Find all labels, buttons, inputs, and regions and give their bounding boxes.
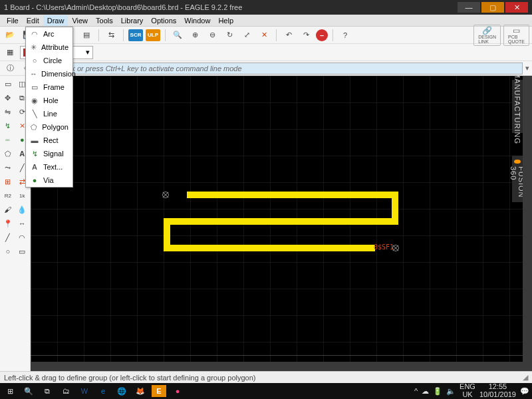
- window-maximize-button[interactable]: ▢: [481, 2, 504, 13]
- draw-frame[interactable]: ▭Frame: [26, 80, 72, 94]
- window-minimize-button[interactable]: —: [458, 2, 480, 13]
- draw-arc[interactable]: ◠Arc: [26, 27, 72, 41]
- schematic-switch-icon[interactable]: ⇆: [104, 28, 118, 43]
- cancel-icon[interactable]: ✕: [257, 28, 271, 43]
- draw-via[interactable]: ●Via: [26, 174, 72, 187]
- open-icon[interactable]: 📂: [3, 28, 17, 43]
- via-icon: ●: [30, 176, 39, 185]
- app-icon[interactable]: ●: [170, 385, 185, 397]
- draw-hole[interactable]: ◉Hole: [26, 94, 72, 107]
- zoom-select-icon[interactable]: ⤢: [239, 28, 254, 43]
- notifications-icon[interactable]: 💬: [520, 387, 529, 396]
- window-title: 1 Board - C:\Users\Admin\Desktop\board6\…: [4, 3, 242, 11]
- scrollbar-horizontal[interactable]: [31, 362, 523, 371]
- rect-icon: ▬: [30, 136, 39, 145]
- tab-fusion360[interactable]: FUSION 360: [512, 156, 523, 202]
- taskbar: ⊞ 🔍 ⧉ 🗂 W e 🌐 🦊 E ● ^ ☁ 🔋 🔈 ENGUK 12:551…: [0, 383, 532, 399]
- clock[interactable]: 12:5510/01/2019: [479, 383, 516, 398]
- draw-rect[interactable]: ▬Rect: [26, 134, 72, 147]
- menu-edit[interactable]: Edit: [23, 15, 43, 26]
- dimension-icon: ↔: [30, 69, 37, 78]
- scr-button[interactable]: SCR: [128, 29, 143, 41]
- menu-tools[interactable]: Tools: [92, 15, 117, 26]
- redo-icon[interactable]: ↷: [299, 28, 313, 43]
- draw-line[interactable]: ╲Line: [26, 107, 72, 120]
- undo-icon[interactable]: ↶: [281, 28, 296, 43]
- start-button[interactable]: ⊞: [3, 385, 17, 397]
- ulp-button[interactable]: ULP: [146, 29, 160, 41]
- tool-pin[interactable]: 📍: [1, 217, 15, 230]
- pcb-quote-button[interactable]: ▭PCB QUOTE: [503, 25, 529, 46]
- zoom-fit-icon[interactable]: 🔍: [170, 28, 185, 43]
- canvas[interactable]: 0$SF1 MANUFACTURING FUSION 360: [31, 76, 532, 371]
- battery-icon[interactable]: 🔋: [433, 387, 442, 396]
- eagle-icon[interactable]: E: [152, 385, 166, 397]
- tool-paint[interactable]: 🖌: [1, 203, 15, 216]
- explorer-icon[interactable]: 🗂: [59, 385, 73, 397]
- firefox-icon[interactable]: 🦊: [133, 385, 148, 397]
- command-input[interactable]: Click or press Ctrl+L key to activate co…: [55, 63, 523, 74]
- help-icon[interactable]: ?: [338, 28, 352, 43]
- scrollbar-vertical[interactable]: [523, 76, 532, 371]
- menu-options[interactable]: Options: [147, 15, 180, 26]
- window-close-button[interactable]: ✕: [505, 2, 528, 13]
- command-placeholder: Click or press Ctrl+L key to activate co…: [59, 65, 242, 72]
- grid-icon[interactable]: ▦: [3, 45, 17, 60]
- edge-icon[interactable]: e: [96, 385, 110, 397]
- menu-view[interactable]: View: [68, 15, 92, 26]
- chrome-icon[interactable]: 🌐: [114, 385, 129, 397]
- system-tray[interactable]: ^ ☁ 🔋 🔈 ENGUK 12:5510/01/2019 💬: [414, 383, 529, 398]
- tool-net[interactable]: ⎓: [1, 133, 15, 146]
- zoom-redraw-icon[interactable]: ↻: [222, 28, 237, 43]
- tool-wire[interactable]: ╱: [1, 231, 15, 244]
- signal-icon: ↯: [30, 149, 39, 158]
- tool-move[interactable]: ✥: [1, 91, 15, 104]
- hole-icon: ◉: [30, 96, 39, 105]
- menu-window[interactable]: Window: [180, 15, 214, 26]
- tool-mirror[interactable]: ⇋: [1, 105, 15, 118]
- menu-help[interactable]: Help: [214, 15, 237, 26]
- design-link-button[interactable]: 🔗DESIGN LINK: [473, 25, 501, 46]
- trace-top: [187, 192, 398, 198]
- taskview-icon[interactable]: ⧉: [40, 385, 55, 397]
- tray-up-icon[interactable]: ^: [414, 387, 418, 395]
- cloud-icon[interactable]: ☁: [422, 387, 429, 396]
- tool-arc[interactable]: ◠: [16, 231, 29, 244]
- info-tool-icon[interactable]: ⓘ: [3, 61, 17, 76]
- tool-circle[interactable]: ○: [1, 245, 15, 258]
- zoom-out-icon[interactable]: ⊖: [205, 28, 219, 43]
- word-icon[interactable]: W: [77, 385, 92, 397]
- tool-select[interactable]: ▭: [1, 77, 15, 90]
- menubar: File Edit Draw View Tools Library Option…: [0, 15, 532, 27]
- draw-attribute[interactable]: ✳Attribute: [26, 41, 72, 54]
- language-indicator[interactable]: ENGUK: [460, 383, 475, 398]
- tool-value[interactable]: 1k: [16, 189, 29, 202]
- tool-smash[interactable]: R2: [1, 189, 15, 202]
- draw-signal[interactable]: ↯Signal: [26, 147, 72, 160]
- tool-add[interactable]: ⊞: [1, 175, 15, 188]
- cmd-dropdown-icon[interactable]: ▾: [525, 64, 529, 72]
- draw-polygon[interactable]: ⬠Polygon: [26, 120, 72, 134]
- trace-middle: [164, 218, 398, 225]
- tool-dimension[interactable]: ↔: [16, 217, 29, 230]
- zoom-in-icon[interactable]: ⊕: [188, 28, 202, 43]
- status-corner-icon: ◢: [523, 373, 528, 382]
- tool-drop[interactable]: 💧: [16, 203, 29, 216]
- tab-manufacturing[interactable]: MANUFACTURING: [512, 80, 523, 133]
- titlebar: 1 Board - C:\Users\Admin\Desktop\board6\…: [0, 0, 532, 15]
- search-icon[interactable]: 🔍: [21, 385, 36, 397]
- speaker-icon[interactable]: 🔈: [446, 387, 456, 396]
- draw-circle[interactable]: ○Circle: [26, 54, 72, 67]
- tool-rect2[interactable]: ▭: [16, 245, 29, 258]
- tool-route[interactable]: ↯: [1, 119, 15, 132]
- draw-dimension[interactable]: ↔Dimension: [26, 67, 72, 80]
- frame-icon: ▭: [30, 82, 39, 92]
- board-icon[interactable]: ▤: [79, 28, 94, 43]
- tool-split[interactable]: ⤳: [1, 161, 15, 174]
- menu-draw[interactable]: Draw: [43, 15, 68, 26]
- stop-icon[interactable]: –: [316, 29, 328, 41]
- menu-file[interactable]: File: [3, 15, 23, 26]
- tool-polygon[interactable]: ⬠: [1, 147, 15, 160]
- draw-text[interactable]: AText...: [26, 160, 72, 174]
- menu-library[interactable]: Library: [117, 15, 148, 26]
